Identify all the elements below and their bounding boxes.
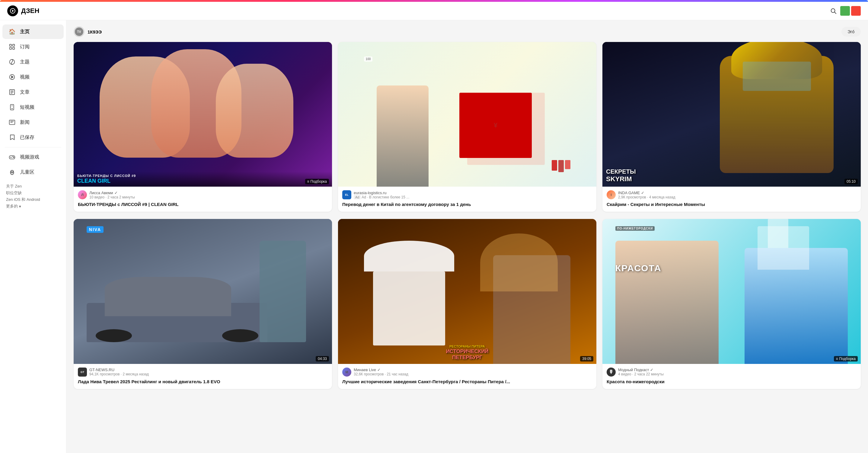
sidebar-label-kids: 儿童区 <box>20 169 34 176</box>
thumb-text-skyrim: СЕКРЕТЫ SKYRIM <box>602 164 861 187</box>
svg-point-28 <box>13 171 13 172</box>
card-beauty-nizh[interactable]: ПО-НИЖЕГОРОДСКИ КРАСОТА ≡ Подборка 🎙 <box>602 219 861 389</box>
card-body-beauty-nizh: 🎙 Модный Подкаст ✓ 4 видео · 2 часа 22 м… <box>602 364 861 389</box>
thumb-inner-beauty: БЬЮТИ-ТРЕНДЫ С ЛИССОЙ #9 CLEAN GIRL <box>74 42 332 187</box>
sidebar-item-shorts[interactable]: 短视频 <box>2 100 64 115</box>
themes-icon <box>8 58 16 65</box>
svg-rect-6 <box>10 48 11 49</box>
card-title-beauty-nizh: Красота по-нижегородски <box>607 379 857 385</box>
thumb-text-restaurant: РЕСТОРАНЫ ПИТЕРА ИСТОРИЧЕСКИЙ ПЕТЕРБУРГ <box>338 341 596 364</box>
author-name-skyrim: INDA GAME ✓ <box>618 190 675 195</box>
card-thumb-beauty-nizh: ПО-НИЖЕГОРОДСКИ КРАСОТА ≡ Подборка <box>602 219 861 364</box>
card-title-restaurant: Лучшие исторические заведения Санкт-Пете… <box>342 379 592 385</box>
card-thumb-skyrim: СЕКРЕТЫ SKYRIM 05:10 <box>602 42 861 187</box>
ad-label: Ad <box>354 195 361 199</box>
thumb-inner-skyrim: СЕКРЕТЫ SKYRIM <box>602 42 861 187</box>
svg-rect-4 <box>10 44 11 46</box>
card-author-row-skyrim: I INDA GAME ✓ 2,9К просмотров · 4 месяца… <box>607 190 857 199</box>
card-body-skyrim: I INDA GAME ✓ 2,9К просмотров · 4 месяца… <box>602 187 861 212</box>
video-icon <box>8 73 16 81</box>
sidebar: 🏠 主页 订阅 主题 视频 文章 <box>0 20 66 453</box>
card-meta-skyrim: 2,9К просмотров · 4 месяца назад <box>618 195 675 199</box>
more-button[interactable]: 更多的 ▾ <box>6 204 60 209</box>
sidebar-item-news[interactable]: 新闻 <box>2 115 64 129</box>
card-meta-niva: 94,1K просмотров · 2 месяца назад <box>89 372 149 376</box>
author-avatar-beauty: Л <box>78 190 87 199</box>
sidebar-item-home[interactable]: 🏠 主页 <box>2 25 64 39</box>
author-name-beauty: Лисса Авеми ✓ <box>89 190 135 195</box>
card-grid-row1: БЬЮТИ-ТРЕНДЫ С ЛИССОЙ #9 CLEAN GIRL ≡ По… <box>74 42 861 212</box>
footer-link-about[interactable]: 关于 Zen <box>6 184 60 189</box>
sidebar-label-gaming: 视频游戏 <box>20 154 39 160</box>
sidebar-item-subscriptions[interactable]: 订阅 <box>2 39 64 54</box>
card-restaurant[interactable]: РЕСТОРАНЫ ПИТЕРА ИСТОРИЧЕСКИЙ ПЕТЕРБУРГ … <box>338 219 596 389</box>
thumb-badge-restaurant: 39:05 <box>580 356 593 362</box>
author-avatar-beauty-nizh: 🎙 <box>607 367 616 376</box>
card-thumb-logistics: ¥ 100 <box>338 42 596 187</box>
more-label: 更多的 <box>6 204 18 209</box>
sidebar-item-kids[interactable]: 儿童区 <box>2 165 64 179</box>
saved-icon <box>8 134 16 141</box>
card-grid-row2: NIVA 04:33 GT GT-NEWS.RU 94,1K просмотро… <box>74 219 861 389</box>
card-skyrim[interactable]: СЕКРЕТЫ SKYRIM 05:10 I INDA GAME ✓ <box>602 42 861 212</box>
svg-line-3 <box>835 12 836 13</box>
card-title-logistics: Перевод денег в Китай по агентскому дого… <box>342 201 592 208</box>
user-avatar[interactable] <box>840 6 861 16</box>
card-niva[interactable]: NIVA 04:33 GT GT-NEWS.RU 94,1K просмотро… <box>74 219 332 389</box>
channel-name: 1К9ЭЭ <box>88 29 102 34</box>
svg-point-25 <box>13 157 14 158</box>
card-beauty[interactable]: БЬЮТИ-ТРЕНДЫ С ЛИССОЙ #9 CLEAN GIRL ≡ По… <box>74 42 332 212</box>
card-meta-logistics: Ad Ad · В логистике более 15 ... <box>354 195 409 199</box>
card-author-row-beauty: Л Лисса Авеми ✓ 10 видео · 2 часа 2 мину… <box>78 190 328 199</box>
subscriptions-icon <box>8 43 16 51</box>
thumb-inner-niva: NIVA <box>74 219 332 364</box>
thumb-badge-playlist-beauty-nizh: ≡ Подборка <box>834 356 858 362</box>
sidebar-label-articles: 文章 <box>20 89 30 95</box>
sidebar-item-saved[interactable]: 已保存 <box>2 130 64 145</box>
sidebar-item-articles[interactable]: 文章 <box>2 85 64 99</box>
sidebar-item-video[interactable]: 视频 <box>2 70 64 84</box>
logo[interactable]: ДЗЕН <box>7 5 39 16</box>
header: ДЗЕН <box>0 2 868 20</box>
sidebar-item-gaming[interactable]: 视频游戏 <box>2 150 64 164</box>
author-name-beauty-nizh: Модный Подкаст ✓ <box>618 367 664 372</box>
card-body-logistics: EL eurasia-logistics.ru Ad Ad · В логист… <box>338 187 596 212</box>
thumb-inner-logistics: ¥ 100 <box>338 42 596 187</box>
thumb-inner-beauty-nizh: ПО-НИЖЕГОРОДСКИ КРАСОТА <box>602 219 861 364</box>
thumb-badge-playlist-beauty: ≡ Подборка <box>305 179 329 184</box>
playlist-icon: ≡ <box>307 179 309 184</box>
thumb-text-beauty: БЬЮТИ-ТРЕНДЫ С ЛИССОЙ #9 CLEAN GIRL <box>74 172 332 187</box>
search-button[interactable] <box>830 7 837 14</box>
svg-rect-7 <box>13 48 14 49</box>
subscribe-button[interactable]: Эго́ <box>841 27 861 36</box>
shorts-icon <box>8 103 16 111</box>
author-avatar-logistics: EL <box>342 190 351 199</box>
author-name-restaurant: Минаев Live ✓ <box>354 367 408 372</box>
card-title-beauty: БЬЮТИ-ТРЕНДЫ с ЛИССОЙ #9 | CLEAN GIRL <box>78 201 328 208</box>
author-avatar-skyrim: I <box>607 190 616 199</box>
verified-icon-beauty: ✓ <box>114 190 118 195</box>
articles-icon <box>8 89 16 96</box>
thumb-badge-niva: 04:33 <box>316 356 329 362</box>
header-right <box>830 6 861 16</box>
author-name-logistics: eurasia-logistics.ru <box>354 190 409 195</box>
logo-icon <box>7 5 18 16</box>
sidebar-item-themes[interactable]: 主题 <box>2 55 64 69</box>
footer-link-mobile[interactable]: Zen iOS 和 Android <box>6 197 60 202</box>
svg-marker-1 <box>12 10 14 12</box>
card-thumb-niva: NIVA 04:33 <box>74 219 332 364</box>
card-author-row-niva: GT GT-NEWS.RU 94,1K просмотров · 2 месяц… <box>78 367 328 376</box>
sidebar-label-news: 新闻 <box>20 119 30 126</box>
card-logistics[interactable]: ¥ 100 EL <box>338 42 596 212</box>
layout: 🏠 主页 订阅 主题 视频 文章 <box>0 20 868 453</box>
verified-icon-skyrim: ✓ <box>641 190 644 195</box>
news-icon <box>8 119 16 126</box>
svg-point-24 <box>13 156 13 157</box>
card-title-niva: Лада Нива Тревел 2025 Рестайлинг и новый… <box>78 379 328 385</box>
author-avatar-niva: GT <box>78 367 87 376</box>
gaming-icon <box>8 153 16 161</box>
home-icon: 🏠 <box>8 28 16 35</box>
footer-link-jobs[interactable]: 职位空缺 <box>6 190 60 196</box>
author-name-niva: GT-NEWS.RU <box>89 367 149 372</box>
verified-icon-restaurant: ✓ <box>377 367 380 372</box>
